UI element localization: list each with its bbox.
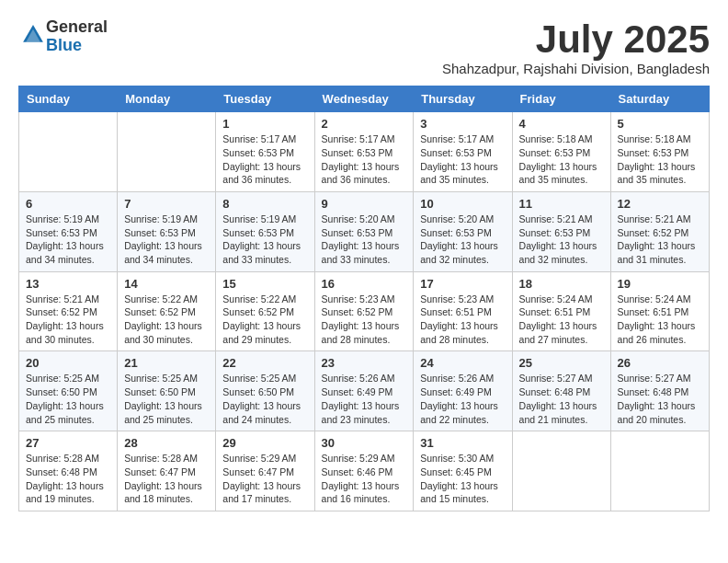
calendar-day-cell: 9Sunrise: 5:20 AMSunset: 6:53 PMDaylight…	[314, 191, 414, 271]
calendar-week-row: 13Sunrise: 5:21 AMSunset: 6:52 PMDayligh…	[19, 271, 710, 351]
day-number: 18	[519, 277, 604, 291]
logo-icon	[20, 22, 46, 48]
calendar-day-cell: 25Sunrise: 5:27 AMSunset: 6:48 PMDayligh…	[512, 351, 610, 431]
day-number: 19	[618, 277, 702, 291]
location-title: Shahzadpur, Rajshahi Division, Banglades…	[442, 61, 710, 76]
calendar-day-cell: 3Sunrise: 5:17 AMSunset: 6:53 PMDaylight…	[414, 112, 512, 192]
day-info: Sunrise: 5:24 AMSunset: 6:51 PMDaylight:…	[618, 293, 702, 347]
weekday-header-saturday: Saturday	[610, 86, 709, 112]
day-info: Sunrise: 5:29 AMSunset: 6:46 PMDaylight:…	[322, 452, 407, 506]
day-number: 2	[322, 117, 407, 131]
day-number: 27	[26, 436, 110, 450]
day-info: Sunrise: 5:28 AMSunset: 6:47 PMDaylight:…	[124, 452, 209, 506]
day-info: Sunrise: 5:22 AMSunset: 6:52 PMDaylight:…	[124, 293, 209, 347]
day-number: 22	[222, 356, 307, 370]
day-info: Sunrise: 5:28 AMSunset: 6:48 PMDaylight:…	[26, 452, 110, 506]
day-number: 20	[26, 356, 110, 370]
day-info: Sunrise: 5:17 AMSunset: 6:53 PMDaylight:…	[420, 132, 505, 187]
day-info: Sunrise: 5:21 AMSunset: 6:53 PMDaylight:…	[519, 213, 604, 267]
day-info: Sunrise: 5:21 AMSunset: 6:52 PMDaylight:…	[618, 213, 702, 267]
calendar-day-cell: 27Sunrise: 5:28 AMSunset: 6:48 PMDayligh…	[19, 431, 118, 511]
calendar-day-cell: 1Sunrise: 5:17 AMSunset: 6:53 PMDaylight…	[216, 112, 314, 192]
calendar-day-cell: 21Sunrise: 5:25 AMSunset: 6:50 PMDayligh…	[118, 351, 216, 431]
day-number: 30	[322, 436, 407, 450]
day-number: 28	[124, 436, 209, 450]
calendar-day-cell: 24Sunrise: 5:26 AMSunset: 6:49 PMDayligh…	[414, 351, 512, 431]
day-number: 6	[26, 197, 110, 211]
calendar-day-cell: 31Sunrise: 5:30 AMSunset: 6:45 PMDayligh…	[414, 431, 512, 511]
calendar-day-cell: 16Sunrise: 5:23 AMSunset: 6:52 PMDayligh…	[314, 271, 414, 351]
calendar-day-cell: 20Sunrise: 5:25 AMSunset: 6:50 PMDayligh…	[19, 351, 118, 431]
calendar-day-cell: 6Sunrise: 5:19 AMSunset: 6:53 PMDaylight…	[19, 191, 118, 271]
weekday-header-row: SundayMondayTuesdayWednesdayThursdayFrid…	[19, 86, 710, 112]
day-number: 25	[519, 356, 604, 370]
weekday-header-tuesday: Tuesday	[216, 86, 314, 112]
day-info: Sunrise: 5:23 AMSunset: 6:52 PMDaylight:…	[322, 293, 407, 347]
calendar-day-cell: 29Sunrise: 5:29 AMSunset: 6:47 PMDayligh…	[216, 431, 314, 511]
day-info: Sunrise: 5:29 AMSunset: 6:47 PMDaylight:…	[222, 452, 307, 506]
calendar-day-cell: 15Sunrise: 5:22 AMSunset: 6:52 PMDayligh…	[216, 271, 314, 351]
day-number: 21	[124, 356, 209, 370]
calendar-day-cell: 19Sunrise: 5:24 AMSunset: 6:51 PMDayligh…	[610, 271, 709, 351]
day-number: 17	[420, 277, 505, 291]
day-number: 4	[519, 117, 604, 131]
weekday-header-wednesday: Wednesday	[314, 86, 414, 112]
calendar-day-cell: 2Sunrise: 5:17 AMSunset: 6:53 PMDaylight…	[314, 112, 414, 192]
day-number: 12	[618, 197, 702, 211]
logo-text: General Blue	[46, 18, 108, 55]
day-info: Sunrise: 5:27 AMSunset: 6:48 PMDaylight:…	[519, 372, 604, 426]
day-number: 15	[222, 277, 307, 291]
calendar-day-cell	[19, 112, 118, 192]
calendar-day-cell: 4Sunrise: 5:18 AMSunset: 6:53 PMDaylight…	[512, 112, 610, 192]
day-info: Sunrise: 5:19 AMSunset: 6:53 PMDaylight:…	[124, 213, 209, 267]
calendar-day-cell: 26Sunrise: 5:27 AMSunset: 6:48 PMDayligh…	[610, 351, 709, 431]
day-number: 26	[618, 356, 702, 370]
calendar-day-cell: 12Sunrise: 5:21 AMSunset: 6:52 PMDayligh…	[610, 191, 709, 271]
day-info: Sunrise: 5:25 AMSunset: 6:50 PMDaylight:…	[26, 372, 110, 426]
day-info: Sunrise: 5:17 AMSunset: 6:53 PMDaylight:…	[322, 132, 407, 187]
logo-general: General	[46, 17, 108, 36]
logo-blue: Blue	[46, 36, 82, 54]
day-info: Sunrise: 5:26 AMSunset: 6:49 PMDaylight:…	[420, 372, 505, 426]
day-info: Sunrise: 5:20 AMSunset: 6:53 PMDaylight:…	[322, 213, 407, 267]
calendar-day-cell: 28Sunrise: 5:28 AMSunset: 6:47 PMDayligh…	[118, 431, 216, 511]
calendar-day-cell: 30Sunrise: 5:29 AMSunset: 6:46 PMDayligh…	[314, 431, 414, 511]
day-number: 16	[322, 277, 407, 291]
day-info: Sunrise: 5:22 AMSunset: 6:52 PMDaylight:…	[222, 293, 307, 347]
calendar-day-cell: 23Sunrise: 5:26 AMSunset: 6:49 PMDayligh…	[314, 351, 414, 431]
calendar-day-cell: 8Sunrise: 5:19 AMSunset: 6:53 PMDaylight…	[216, 191, 314, 271]
day-info: Sunrise: 5:21 AMSunset: 6:52 PMDaylight:…	[26, 293, 110, 347]
day-number: 11	[519, 197, 604, 211]
day-number: 8	[222, 197, 307, 211]
page-header: General Blue July 2025 Shahzadpur, Rajsh…	[18, 18, 710, 76]
day-info: Sunrise: 5:18 AMSunset: 6:53 PMDaylight:…	[618, 132, 702, 187]
calendar-day-cell: 14Sunrise: 5:22 AMSunset: 6:52 PMDayligh…	[118, 271, 216, 351]
day-number: 31	[420, 436, 505, 450]
calendar-day-cell: 17Sunrise: 5:23 AMSunset: 6:51 PMDayligh…	[414, 271, 512, 351]
calendar-week-row: 6Sunrise: 5:19 AMSunset: 6:53 PMDaylight…	[19, 191, 710, 271]
month-title: July 2025	[442, 18, 710, 61]
day-number: 23	[322, 356, 407, 370]
day-number: 5	[618, 117, 702, 131]
calendar-day-cell: 13Sunrise: 5:21 AMSunset: 6:52 PMDayligh…	[19, 271, 118, 351]
calendar-day-cell: 10Sunrise: 5:20 AMSunset: 6:53 PMDayligh…	[414, 191, 512, 271]
day-number: 13	[26, 277, 110, 291]
day-info: Sunrise: 5:19 AMSunset: 6:53 PMDaylight:…	[26, 213, 110, 267]
day-number: 9	[322, 197, 407, 211]
day-number: 24	[420, 356, 505, 370]
day-number: 1	[222, 117, 307, 131]
calendar-day-cell: 22Sunrise: 5:25 AMSunset: 6:50 PMDayligh…	[216, 351, 314, 431]
day-info: Sunrise: 5:23 AMSunset: 6:51 PMDaylight:…	[420, 293, 505, 347]
day-info: Sunrise: 5:25 AMSunset: 6:50 PMDaylight:…	[124, 372, 209, 426]
calendar-week-row: 27Sunrise: 5:28 AMSunset: 6:48 PMDayligh…	[19, 431, 710, 511]
weekday-header-sunday: Sunday	[19, 86, 118, 112]
calendar-day-cell: 7Sunrise: 5:19 AMSunset: 6:53 PMDaylight…	[118, 191, 216, 271]
calendar-day-cell: 5Sunrise: 5:18 AMSunset: 6:53 PMDaylight…	[610, 112, 709, 192]
weekday-header-friday: Friday	[512, 86, 610, 112]
calendar-day-cell: 18Sunrise: 5:24 AMSunset: 6:51 PMDayligh…	[512, 271, 610, 351]
weekday-header-monday: Monday	[118, 86, 216, 112]
day-number: 29	[222, 436, 307, 450]
day-info: Sunrise: 5:24 AMSunset: 6:51 PMDaylight:…	[519, 293, 604, 347]
day-info: Sunrise: 5:26 AMSunset: 6:49 PMDaylight:…	[322, 372, 407, 426]
calendar-week-row: 1Sunrise: 5:17 AMSunset: 6:53 PMDaylight…	[19, 112, 710, 192]
